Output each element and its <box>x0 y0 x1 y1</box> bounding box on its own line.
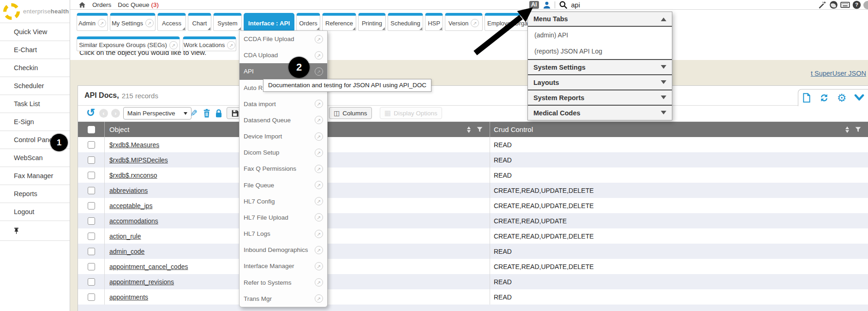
new-document-icon[interactable] <box>802 93 811 103</box>
open-new-icon[interactable] <box>315 116 323 124</box>
object-link[interactable]: $rxdb$.rxnconso <box>109 172 157 179</box>
menu-item-inbound-demographics[interactable]: Inbound Demographics <box>239 242 327 258</box>
sidebar-item-scheduler[interactable]: Scheduler <box>0 77 70 95</box>
sidebar-item-e-sign[interactable]: E-Sign <box>0 113 70 131</box>
menu-item-hl7-config[interactable]: HL7 Config <box>239 193 327 209</box>
menu-item-trans-mgr[interactable]: Trans Mgr <box>239 291 327 307</box>
open-new-icon[interactable] <box>315 67 323 76</box>
user-icon[interactable] <box>543 1 551 9</box>
open-new-icon[interactable] <box>315 230 323 238</box>
object-link[interactable]: accommodations <box>109 217 158 225</box>
edit-pencil-icon[interactable] <box>190 108 198 119</box>
sidebar-item-e-chart[interactable]: E-Chart <box>0 41 70 59</box>
open-new-icon[interactable] <box>98 19 106 27</box>
topbar-orders-link[interactable]: Orders <box>92 1 111 8</box>
open-new-icon[interactable] <box>315 35 323 43</box>
open-new-icon[interactable] <box>315 278 323 287</box>
select-all-checkbox[interactable] <box>88 126 95 133</box>
tab-orders[interactable]: Orders <box>296 13 320 31</box>
object-link[interactable]: appointments <box>109 293 148 301</box>
topbar-doc-queue-link[interactable]: Doc Queue (3) <box>118 1 159 8</box>
row-checkbox[interactable] <box>88 293 95 301</box>
tab-hsp[interactable]: HSP <box>425 13 443 31</box>
refresh-icon[interactable] <box>819 93 829 103</box>
sidebar-item-logout[interactable]: Logout <box>0 203 70 221</box>
object-link[interactable]: abbreviations <box>109 187 148 194</box>
tab-access[interactable]: Access <box>157 13 186 31</box>
result-reports-json-api-log[interactable]: (reports) JSON API Log <box>528 43 672 59</box>
globe-icon[interactable] <box>829 0 838 9</box>
object-link[interactable]: action_rule <box>109 233 141 240</box>
section-layouts[interactable]: Layouts <box>528 74 672 90</box>
gear-icon[interactable]: ⚙ <box>837 93 847 103</box>
object-link[interactable]: $rxdb$.MIPSDeciles <box>109 156 168 164</box>
section-system-settings[interactable]: System Settings <box>528 59 672 74</box>
tab-version[interactable]: Version <box>445 13 483 31</box>
next-page-icon[interactable]: › <box>111 109 120 118</box>
menu-item-interface-manager[interactable]: Interface Manager <box>239 258 327 274</box>
object-link[interactable]: acceptable_ips <box>109 202 152 209</box>
object-link[interactable]: appointment_cancel_codes <box>109 263 188 270</box>
menu-item-dicom-setup[interactable]: Dicom Setup <box>239 144 327 161</box>
sidebar-item-fax-manager[interactable]: Fax Manager <box>0 167 70 185</box>
tab-scheduling[interactable]: Scheduling <box>388 13 423 31</box>
open-new-icon[interactable] <box>315 181 323 189</box>
open-new-icon[interactable] <box>315 262 323 270</box>
filter-icon[interactable] <box>476 126 483 133</box>
open-new-icon[interactable] <box>315 213 323 221</box>
row-checkbox[interactable] <box>88 202 95 209</box>
tab-interface-api[interactable]: Interface : API <box>244 13 294 31</box>
open-new-icon[interactable] <box>227 41 235 49</box>
object-link[interactable]: admin_code <box>109 248 144 255</box>
sort-icon[interactable] <box>845 125 849 135</box>
object-link[interactable]: $rxdb$.Measures <box>109 141 159 149</box>
row-checkbox[interactable] <box>88 233 95 240</box>
row-checkbox[interactable] <box>88 217 95 225</box>
tab-chart[interactable]: Chart <box>188 13 211 31</box>
columns-button[interactable]: ◫ Columns <box>329 107 372 119</box>
sidebar-item-task-list[interactable]: Task List <box>0 95 70 113</box>
menu-item-device-import[interactable]: Device Import <box>239 128 327 144</box>
open-new-icon[interactable] <box>169 41 178 49</box>
search-input[interactable]: api <box>571 1 580 9</box>
section-menu-tabs[interactable]: Menu Tabs <box>528 12 672 27</box>
filter-icon[interactable] <box>855 126 862 133</box>
menu-item-refer-to-systems[interactable]: Refer to Systems <box>239 275 327 291</box>
open-new-icon[interactable] <box>315 51 323 60</box>
menu-item-hl7-logs[interactable]: HL7 Logs <box>239 226 327 242</box>
chevron-down-icon[interactable] <box>854 94 864 102</box>
prev-page-icon[interactable]: ‹ <box>99 109 108 118</box>
row-checkbox[interactable] <box>88 278 95 286</box>
row-checkbox[interactable] <box>88 156 95 164</box>
menu-item-hl7-file-upload[interactable]: HL7 File Upload <box>239 209 327 226</box>
row-checkbox[interactable] <box>88 141 95 149</box>
wand-icon[interactable] <box>818 0 827 9</box>
tab-system[interactable]: System <box>213 13 242 31</box>
menu-item-api[interactable]: API <box>239 63 327 79</box>
keyboard-icon[interactable] <box>840 0 850 9</box>
open-new-icon[interactable] <box>315 149 323 157</box>
menu-item-datasend-queue[interactable]: Datasend Queue <box>239 112 327 128</box>
superuser-link[interactable]: t SuperUser JSON <box>811 70 866 77</box>
display-options-button[interactable]: ▦ Display Options <box>380 107 442 119</box>
sidebar-item-reports[interactable]: Reports <box>0 185 70 203</box>
trash-icon[interactable] <box>203 108 211 120</box>
open-new-icon[interactable] <box>315 246 323 254</box>
lock-icon[interactable] <box>215 108 223 120</box>
section-medical-codes[interactable]: Medical Codes <box>528 105 672 120</box>
menu-item-file-queue[interactable]: File Queue <box>239 177 327 193</box>
pin-icon[interactable] <box>13 227 20 235</box>
sort-icon[interactable] <box>467 125 471 135</box>
open-new-icon[interactable] <box>471 19 479 27</box>
sidebar-item-webscan[interactable]: WebScan <box>0 149 70 167</box>
undo-icon[interactable] <box>86 107 95 119</box>
row-checkbox[interactable] <box>88 248 95 255</box>
sidebar-item-checkin[interactable]: Checkin <box>0 59 70 77</box>
tab-admin[interactable]: Admin <box>77 13 108 31</box>
open-new-icon[interactable] <box>315 197 323 205</box>
row-checkbox[interactable] <box>88 187 95 194</box>
menu-item-fax-q-permissions[interactable]: Fax Q Permissions <box>239 161 327 177</box>
result-admin-api[interactable]: (admin) API <box>528 27 672 43</box>
ai-badge[interactable]: AI <box>529 1 539 9</box>
object-link[interactable]: appointment_revisions <box>109 278 174 286</box>
